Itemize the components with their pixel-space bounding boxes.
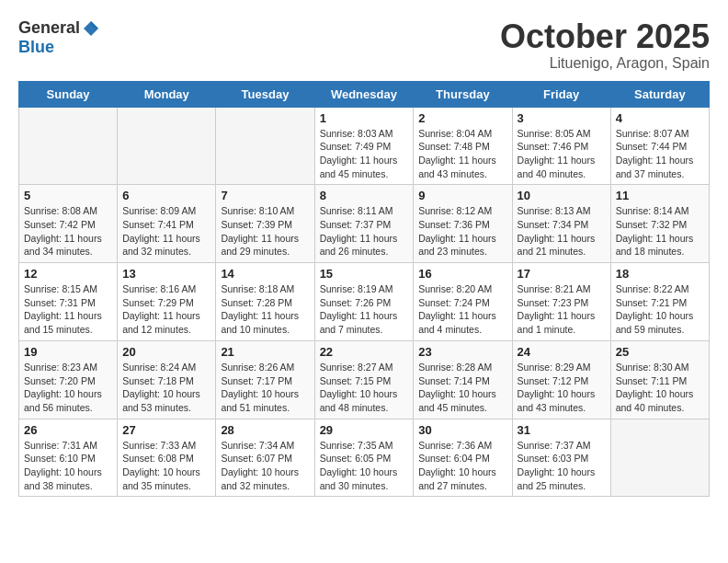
day-number: 14 xyxy=(221,267,309,281)
month-title: October 2025 xyxy=(500,18,710,55)
calendar-cell: 7Sunrise: 8:10 AM Sunset: 7:39 PM Daylig… xyxy=(216,185,314,263)
day-info: Sunrise: 7:34 AM Sunset: 6:07 PM Dayligh… xyxy=(221,439,309,493)
day-number: 20 xyxy=(122,345,210,359)
weekday-header-wednesday: Wednesday xyxy=(314,81,414,107)
calendar-cell: 2Sunrise: 8:04 AM Sunset: 7:48 PM Daylig… xyxy=(414,107,512,185)
day-info: Sunrise: 8:15 AM Sunset: 7:31 PM Dayligh… xyxy=(24,282,112,337)
day-info: Sunrise: 8:18 AM Sunset: 7:28 PM Dayligh… xyxy=(221,282,309,337)
day-number: 1 xyxy=(320,111,409,125)
calendar-cell: 9Sunrise: 8:12 AM Sunset: 7:36 PM Daylig… xyxy=(414,185,512,263)
day-number: 22 xyxy=(320,345,409,359)
weekday-header-monday: Monday xyxy=(118,81,216,107)
day-number: 3 xyxy=(518,111,606,125)
day-info: Sunrise: 8:14 AM Sunset: 7:32 PM Dayligh… xyxy=(616,204,704,259)
day-number: 21 xyxy=(221,345,309,359)
calendar-week-row: 5Sunrise: 8:08 AM Sunset: 7:42 PM Daylig… xyxy=(19,185,710,263)
day-info: Sunrise: 7:35 AM Sunset: 6:05 PM Dayligh… xyxy=(320,439,409,493)
day-info: Sunrise: 7:37 AM Sunset: 6:03 PM Dayligh… xyxy=(518,439,606,493)
day-number: 8 xyxy=(320,189,409,202)
day-number: 10 xyxy=(518,189,606,202)
day-number: 7 xyxy=(221,189,309,202)
weekday-header-sunday: Sunday xyxy=(19,81,118,107)
day-info: Sunrise: 8:03 AM Sunset: 7:49 PM Dayligh… xyxy=(320,127,409,181)
day-info: Sunrise: 8:28 AM Sunset: 7:14 PM Dayligh… xyxy=(418,361,506,415)
day-info: Sunrise: 8:19 AM Sunset: 7:26 PM Dayligh… xyxy=(320,282,409,337)
calendar-week-row: 26Sunrise: 7:31 AM Sunset: 6:10 PM Dayli… xyxy=(19,419,710,497)
calendar-cell: 22Sunrise: 8:27 AM Sunset: 7:15 PM Dayli… xyxy=(314,340,414,419)
day-info: Sunrise: 8:05 AM Sunset: 7:46 PM Dayligh… xyxy=(518,127,606,181)
calendar-cell: 26Sunrise: 7:31 AM Sunset: 6:10 PM Dayli… xyxy=(19,419,118,497)
calendar-cell: 20Sunrise: 8:24 AM Sunset: 7:18 PM Dayli… xyxy=(118,340,216,419)
calendar-cell: 16Sunrise: 8:20 AM Sunset: 7:24 PM Dayli… xyxy=(414,263,512,341)
calendar-cell: 3Sunrise: 8:05 AM Sunset: 7:46 PM Daylig… xyxy=(512,107,610,185)
day-info: Sunrise: 7:31 AM Sunset: 6:10 PM Dayligh… xyxy=(24,439,112,493)
day-info: Sunrise: 7:33 AM Sunset: 6:08 PM Dayligh… xyxy=(122,439,210,493)
weekday-header-thursday: Thursday xyxy=(414,81,512,107)
day-number: 24 xyxy=(518,345,606,359)
calendar-cell: 8Sunrise: 8:11 AM Sunset: 7:37 PM Daylig… xyxy=(314,185,414,263)
calendar-cell: 4Sunrise: 8:07 AM Sunset: 7:44 PM Daylig… xyxy=(610,107,709,185)
day-number: 4 xyxy=(616,111,704,125)
day-number: 29 xyxy=(320,423,409,437)
day-number: 11 xyxy=(616,189,704,202)
calendar-cell: 24Sunrise: 8:29 AM Sunset: 7:12 PM Dayli… xyxy=(512,340,610,419)
day-info: Sunrise: 8:23 AM Sunset: 7:20 PM Dayligh… xyxy=(24,361,112,415)
day-number: 25 xyxy=(616,345,704,359)
calendar-cell: 28Sunrise: 7:34 AM Sunset: 6:07 PM Dayli… xyxy=(216,419,314,497)
day-info: Sunrise: 8:12 AM Sunset: 7:36 PM Dayligh… xyxy=(418,204,506,259)
day-info: Sunrise: 8:21 AM Sunset: 7:23 PM Dayligh… xyxy=(518,282,606,337)
calendar-table: SundayMondayTuesdayWednesdayThursdayFrid… xyxy=(18,81,710,498)
day-number: 6 xyxy=(122,189,210,202)
location-text: Lituenigo, Aragon, Spain xyxy=(500,55,710,72)
weekday-header-friday: Friday xyxy=(512,81,610,107)
day-number: 19 xyxy=(24,345,112,359)
calendar-cell xyxy=(118,107,216,185)
day-info: Sunrise: 8:16 AM Sunset: 7:29 PM Dayligh… xyxy=(122,282,210,337)
calendar-week-row: 12Sunrise: 8:15 AM Sunset: 7:31 PM Dayli… xyxy=(19,263,710,341)
title-block: October 2025 Lituenigo, Aragon, Spain xyxy=(500,18,710,72)
day-number: 23 xyxy=(418,345,506,359)
logo-icon xyxy=(82,19,100,38)
day-info: Sunrise: 8:29 AM Sunset: 7:12 PM Dayligh… xyxy=(518,361,606,415)
day-info: Sunrise: 7:36 AM Sunset: 6:04 PM Dayligh… xyxy=(418,439,506,493)
day-number: 30 xyxy=(418,423,506,437)
calendar-cell: 30Sunrise: 7:36 AM Sunset: 6:04 PM Dayli… xyxy=(414,419,512,497)
day-number: 27 xyxy=(122,423,210,437)
calendar-cell: 21Sunrise: 8:26 AM Sunset: 7:17 PM Dayli… xyxy=(216,340,314,419)
calendar-cell: 17Sunrise: 8:21 AM Sunset: 7:23 PM Dayli… xyxy=(512,263,610,341)
calendar-week-row: 1Sunrise: 8:03 AM Sunset: 7:49 PM Daylig… xyxy=(19,107,710,185)
day-number: 28 xyxy=(221,423,309,437)
calendar-cell: 23Sunrise: 8:28 AM Sunset: 7:14 PM Dayli… xyxy=(414,340,512,419)
day-info: Sunrise: 8:22 AM Sunset: 7:21 PM Dayligh… xyxy=(616,282,704,337)
calendar-cell: 31Sunrise: 7:37 AM Sunset: 6:03 PM Dayli… xyxy=(512,419,610,497)
calendar-cell: 12Sunrise: 8:15 AM Sunset: 7:31 PM Dayli… xyxy=(19,263,118,341)
day-info: Sunrise: 8:20 AM Sunset: 7:24 PM Dayligh… xyxy=(418,282,506,337)
calendar-cell xyxy=(216,107,314,185)
day-info: Sunrise: 8:26 AM Sunset: 7:17 PM Dayligh… xyxy=(221,361,309,415)
calendar-cell: 13Sunrise: 8:16 AM Sunset: 7:29 PM Dayli… xyxy=(118,263,216,341)
day-info: Sunrise: 8:07 AM Sunset: 7:44 PM Dayligh… xyxy=(616,127,704,181)
weekday-header-row: SundayMondayTuesdayWednesdayThursdayFrid… xyxy=(19,81,710,107)
day-info: Sunrise: 8:24 AM Sunset: 7:18 PM Dayligh… xyxy=(122,361,210,415)
calendar-week-row: 19Sunrise: 8:23 AM Sunset: 7:20 PM Dayli… xyxy=(19,340,710,419)
logo-blue-text: Blue xyxy=(18,38,54,57)
day-number: 17 xyxy=(518,267,606,281)
calendar-cell: 19Sunrise: 8:23 AM Sunset: 7:20 PM Dayli… xyxy=(19,340,118,419)
calendar-cell: 10Sunrise: 8:13 AM Sunset: 7:34 PM Dayli… xyxy=(512,185,610,263)
day-number: 2 xyxy=(418,111,506,125)
logo: General Blue xyxy=(18,18,100,57)
day-number: 31 xyxy=(518,423,606,437)
day-info: Sunrise: 8:30 AM Sunset: 7:11 PM Dayligh… xyxy=(616,361,704,415)
day-number: 26 xyxy=(24,423,112,437)
day-info: Sunrise: 8:04 AM Sunset: 7:48 PM Dayligh… xyxy=(418,127,506,181)
day-number: 16 xyxy=(418,267,506,281)
calendar-cell: 5Sunrise: 8:08 AM Sunset: 7:42 PM Daylig… xyxy=(19,185,118,263)
calendar-cell: 6Sunrise: 8:09 AM Sunset: 7:41 PM Daylig… xyxy=(118,185,216,263)
logo-general-text: General xyxy=(18,18,80,38)
day-info: Sunrise: 8:09 AM Sunset: 7:41 PM Dayligh… xyxy=(122,204,210,259)
day-number: 15 xyxy=(320,267,409,281)
calendar-cell: 11Sunrise: 8:14 AM Sunset: 7:32 PM Dayli… xyxy=(610,185,709,263)
calendar-cell: 27Sunrise: 7:33 AM Sunset: 6:08 PM Dayli… xyxy=(118,419,216,497)
day-number: 13 xyxy=(122,267,210,281)
weekday-header-tuesday: Tuesday xyxy=(216,81,314,107)
